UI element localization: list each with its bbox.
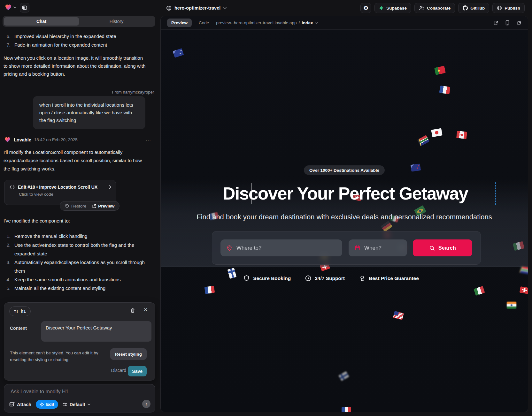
attach-button[interactable]: Attach — [9, 402, 31, 407]
flag-canada-icon — [456, 131, 467, 139]
publish-button[interactable]: Publish — [492, 3, 525, 13]
search-icon — [429, 245, 435, 251]
list-item: 2. Use the activeIndex state to control … — [4, 241, 146, 258]
text-cursor — [251, 183, 251, 204]
preview-header: Preview Code preview--hero-optimizer-tra… — [161, 16, 528, 30]
composer-input[interactable] — [11, 389, 148, 395]
tab-preview[interactable]: Preview — [167, 19, 192, 27]
assistant-header: Lovable 18:42 on Feb 20, 2025 ··· — [4, 136, 155, 143]
clock-icon — [305, 275, 312, 282]
content-label: Content — [10, 326, 27, 331]
preview-version-button[interactable]: Preview — [89, 204, 117, 208]
github-button[interactable]: GitHub — [458, 3, 489, 13]
flag-portugal-icon — [434, 66, 446, 75]
feature-support: 24/7 Support — [305, 275, 345, 282]
chevron-down-icon — [88, 404, 90, 405]
search-card: Search — [212, 231, 481, 265]
flag-france-icon — [204, 286, 215, 294]
chat-composer: Attach Edit Default — [4, 384, 155, 412]
type-icon: TT — [14, 308, 19, 314]
supabase-button[interactable]: Supabase — [374, 3, 411, 13]
chevron-right-icon — [109, 185, 111, 189]
restore-preview-toolbar: Restore Preview — [60, 201, 120, 211]
element-tag-pill[interactable]: TT h1 — [9, 306, 31, 316]
calendar-icon — [354, 245, 360, 251]
where-input[interactable] — [236, 245, 336, 251]
flag-japan-icon — [431, 128, 443, 137]
url-page: index — [302, 20, 313, 25]
flag-switzerland-icon — [519, 286, 528, 294]
edit-card-title: Edit #18 • Improve Location Scroll UX — [18, 185, 97, 190]
globe-icon — [166, 5, 172, 11]
destinations-badge: Over 1000+ Destinations Available — [161, 165, 528, 175]
list-item: 5. Maintain all the existing content and… — [4, 284, 154, 292]
assistant-paragraph: I've modified the component to: — [4, 217, 70, 225]
more-menu-icon[interactable]: ··· — [146, 137, 151, 142]
list-item: 4. Keep the same smooth animations and t… — [4, 275, 154, 284]
h1-selection-outline: Discover Your Perfect Getaway — [195, 182, 496, 205]
supabase-icon — [379, 5, 384, 11]
shield-icon — [243, 275, 250, 282]
url-separator: / — [298, 20, 300, 25]
award-icon — [359, 275, 366, 282]
refresh-icon[interactable] — [516, 20, 521, 26]
search-button[interactable]: Search — [413, 239, 472, 256]
open-new-tab-icon[interactable] — [493, 20, 498, 26]
editor-note: This element can't be styled. You can ed… — [10, 350, 113, 363]
arrow-up-icon: ↑ — [145, 401, 148, 406]
flag-finland-icon — [338, 371, 349, 381]
github-icon — [463, 5, 468, 11]
flag-south-africa-icon — [417, 135, 429, 146]
restore-button[interactable]: Restore — [62, 204, 89, 208]
trash-icon[interactable] — [130, 308, 135, 313]
publish-globe-icon — [497, 5, 502, 11]
save-button[interactable]: Save — [128, 366, 147, 376]
lovable-app: hero-optimizer-travel ⚙ Supabase — [0, 0, 532, 416]
hero-title[interactable]: Discover Your Perfect Getaway — [223, 183, 468, 204]
chat-sidebar: Chat History 6. Improved visual hierarch… — [0, 0, 159, 416]
tab-history[interactable]: History — [79, 17, 154, 26]
preview-url[interactable]: preview--hero-optimizer-travel.lovable.a… — [216, 20, 318, 25]
discard-button[interactable]: Discard — [111, 368, 126, 373]
target-icon — [40, 402, 44, 407]
message-timestamp: 18:42 on Feb 20, 2025 — [34, 137, 78, 142]
date-field[interactable] — [349, 239, 407, 256]
flag-france-icon — [342, 407, 351, 412]
close-icon[interactable]: × — [144, 306, 147, 313]
mobile-preview-icon[interactable] — [505, 20, 509, 26]
settings-button[interactable]: ⚙ — [360, 3, 371, 13]
content-input[interactable]: Discover Your Perfect Getaway — [41, 321, 151, 342]
restore-icon — [65, 204, 69, 208]
flag-india-icon — [507, 302, 516, 309]
chevron-down-icon — [223, 7, 227, 9]
tab-code[interactable]: Code — [199, 20, 209, 25]
chat-mode-selector[interactable]: Default — [63, 402, 90, 407]
project-switcher[interactable]: hero-optimizer-travel — [166, 4, 227, 12]
code-icon — [10, 185, 15, 189]
edit-mode-button[interactable]: Edit — [36, 400, 58, 409]
tab-chat[interactable]: Chat — [4, 17, 79, 26]
hero-subtitle: Find and book your dream destination wit… — [161, 213, 528, 221]
assistant-name: Lovable — [14, 137, 31, 142]
sidebar-tabs: Chat History — [3, 16, 155, 27]
image-icon — [9, 402, 15, 407]
when-input[interactable] — [364, 245, 401, 251]
gear-icon: ⚙ — [364, 5, 368, 11]
feature-list: Secure Booking 24/7 Support Best Price G… — [161, 275, 501, 282]
topbar-actions: ⚙ Supabase Collaborate — [360, 3, 525, 13]
flag-australia-icon — [173, 48, 184, 58]
assistant-paragraph: I'll modify the LocationScroll component… — [4, 148, 148, 173]
edit-card-subtitle: Click to view code — [4, 190, 116, 197]
preview-panel: Preview Code preview--hero-optimizer-tra… — [160, 16, 528, 412]
send-button[interactable]: ↑ — [142, 400, 150, 408]
heart-avatar-icon — [4, 136, 11, 143]
chevron-down-icon — [315, 22, 318, 24]
collaborate-people-icon — [419, 6, 424, 11]
destination-field[interactable] — [220, 239, 342, 256]
sliders-icon — [63, 402, 67, 406]
location-pin-icon — [226, 245, 233, 251]
list-item: 1. Remove the manual click handling — [4, 232, 154, 240]
collaborate-button[interactable]: Collaborate — [414, 3, 455, 13]
reset-styling-button[interactable]: Reset styling — [110, 348, 147, 360]
external-link-icon — [92, 204, 96, 208]
